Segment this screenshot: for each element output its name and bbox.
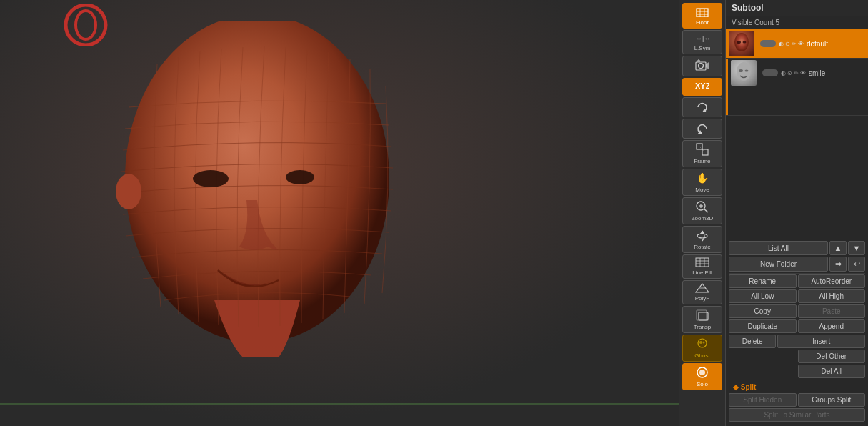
visible-count: Visible Count 5	[726, 16, 868, 29]
insert-row: Delete Insert	[729, 335, 865, 348]
rename-row: Rename AutoReorder	[729, 274, 865, 288]
rotate-cw-icon	[695, 122, 709, 136]
ghost-label: Ghost	[694, 352, 709, 359]
viewport[interactable]	[0, 0, 679, 426]
svg-point-42	[737, 41, 741, 44]
del-all-button[interactable]: Del All	[798, 365, 866, 378]
svg-point-13	[699, 64, 704, 69]
rotate-ccw-button[interactable]	[682, 97, 722, 117]
svg-point-5	[116, 174, 141, 209]
polyf-label: PolyF	[695, 295, 709, 302]
dup-append-row: Duplicate Append	[729, 320, 865, 333]
append-button[interactable]: Append	[798, 320, 866, 333]
move-button[interactable]: ✋ Move	[682, 169, 722, 196]
frame-icon	[695, 143, 709, 157]
move-icon: ✋	[695, 172, 709, 186]
split-header: ◆ Split	[729, 381, 865, 393]
svg-rect-27	[696, 258, 709, 267]
rotate-cw-button[interactable]	[682, 119, 722, 139]
copy-button[interactable]: Copy	[729, 304, 797, 318]
camera-button[interactable]	[682, 56, 722, 76]
split-similar-row: Split To Similar Parts	[729, 408, 865, 422]
del-all-row: Del All	[729, 365, 865, 378]
split-hidden-button[interactable]: Split Hidden	[729, 393, 797, 407]
subtool-item-smile[interactable]: ◐ ⊙ ✏ 👁 smile	[726, 59, 868, 116]
rename-button[interactable]: Rename	[729, 274, 797, 288]
visibility-toggle-smile[interactable]	[762, 69, 778, 76]
lsym-icon: ↔|↔	[695, 33, 709, 44]
svg-point-45	[739, 69, 743, 72]
copy-paste-row: Copy Paste	[729, 304, 865, 318]
solo-icon	[695, 366, 709, 380]
move-label: Move	[695, 187, 709, 193]
svg-point-38	[703, 342, 705, 344]
camera-icon	[695, 59, 709, 73]
split-bullet: ◆	[733, 383, 741, 391]
subtool-name-default: default	[807, 40, 865, 48]
paste-button[interactable]: Paste	[798, 304, 866, 318]
subtool-list: ◐ ⊙ ✏ 👁 default	[726, 29, 868, 116]
autoreorder-button[interactable]: AutoReorder	[798, 274, 866, 288]
subtool-default-icons: ◐ ⊙ ✏ 👁	[759, 40, 804, 47]
groups-split-button[interactable]: Groups Split	[798, 393, 866, 407]
split-similar-button[interactable]: Split To Similar Parts	[729, 408, 865, 422]
floor-icon	[695, 6, 709, 19]
low-high-row: All Low All High	[729, 289, 865, 303]
lsym-label: L.Sym	[694, 45, 711, 51]
subtool-item-default[interactable]: ◐ ⊙ ✏ 👁 default	[726, 29, 868, 59]
folder-move-button[interactable]: ➡	[829, 257, 847, 272]
linefill-button[interactable]: Line Fill	[682, 254, 722, 279]
rotate-button[interactable]: Rotate	[682, 226, 722, 253]
duplicate-button[interactable]: Duplicate	[729, 320, 797, 333]
ghost-button[interactable]: Ghost	[682, 335, 722, 362]
svg-text:↔|↔: ↔|↔	[696, 35, 709, 42]
svg-line-22	[704, 209, 708, 212]
linefill-label: Line Fill	[692, 269, 712, 276]
frame-label: Frame	[694, 158, 710, 164]
del-other-button[interactable]: Del Other	[798, 350, 866, 363]
svg-point-37	[699, 341, 702, 344]
visibility-toggle-default[interactable]	[760, 40, 776, 47]
all-high-button[interactable]: All High	[798, 289, 866, 303]
3d-head-model	[57, 21, 543, 393]
solo-button[interactable]: Solo	[682, 363, 722, 390]
rotate-label: Rotate	[694, 244, 711, 250]
subtool-spacer	[726, 116, 868, 238]
lsym-button[interactable]: ↔|↔ L.Sym	[682, 30, 722, 54]
down-arrow-button[interactable]: ▼	[848, 241, 865, 255]
subtool-name-smile: smile	[809, 69, 865, 77]
transp-button[interactable]: Transp	[682, 306, 722, 333]
svg-point-25	[697, 234, 707, 238]
new-folder-row: New Folder ➡ ↩	[729, 257, 865, 272]
folder-back-button[interactable]: ↩	[848, 257, 865, 272]
split-row: Split Hidden Groups Split	[729, 393, 865, 407]
right-toolbar: Floor ↔|↔ L.Sym XYZ	[679, 0, 725, 426]
subtool-panel: Subtool Visible Count 5 ◐ ⊙ ✏ 👁 default	[725, 0, 868, 426]
linefill-icon	[695, 257, 709, 269]
svg-text:XYZ: XYZ	[695, 81, 709, 90]
svg-point-4	[286, 170, 314, 184]
up-arrow-button[interactable]: ▲	[829, 241, 847, 255]
insert-button[interactable]: Insert	[777, 335, 865, 348]
svg-point-40	[699, 370, 705, 375]
all-low-button[interactable]: All Low	[729, 289, 797, 303]
floor-label: Floor	[696, 19, 709, 26]
split-label: Split	[741, 383, 757, 391]
delete-row: Del Other	[729, 350, 865, 363]
floor-button[interactable]: Floor	[682, 3, 722, 29]
new-folder-button[interactable]: New Folder	[729, 257, 828, 272]
subtool-smile-icons: ◐ ⊙ ✏ 👁	[761, 69, 806, 76]
xyz-button[interactable]: XYZ	[682, 78, 722, 96]
svg-point-46	[745, 70, 749, 72]
ground-plane	[0, 403, 679, 405]
divider-1	[729, 273, 865, 274]
ghost-icon	[695, 337, 709, 352]
subtool-thumb-default	[729, 31, 754, 56]
polyf-button[interactable]: PolyF	[682, 280, 722, 304]
rotate3d-icon	[695, 229, 709, 243]
zoom3d-button[interactable]: Zoom3D	[682, 197, 722, 224]
frame-button[interactable]: Frame	[682, 140, 722, 167]
list-folder-row: List All ▲ ▼	[729, 241, 865, 255]
list-all-button[interactable]: List All	[729, 241, 828, 255]
delete-button[interactable]: Delete	[729, 335, 776, 348]
